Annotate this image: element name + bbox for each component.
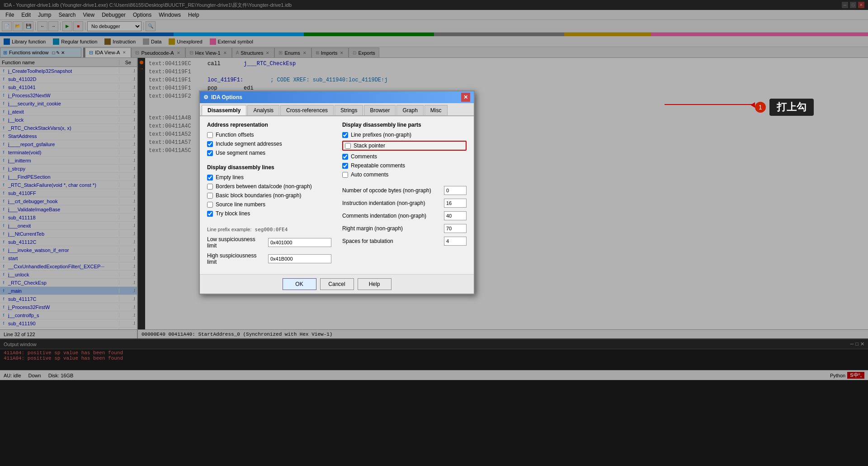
cb-basic-blocks-label: Basic block boundaries (non-graph) (216, 192, 301, 199)
cb-function-offsets[interactable] (207, 132, 213, 138)
checkbox-use-segment-names: Use segment names (207, 150, 331, 156)
dialog-tab-graph[interactable]: Graph (396, 105, 423, 115)
cb-repeatable-comments-label: Repeatable comments (351, 162, 405, 169)
cb-comments-label: Comments (351, 153, 377, 160)
ok-button[interactable]: OK (283, 278, 316, 290)
high-susp-label: High suspiciousness limit (207, 252, 264, 265)
cb-stack-pointer-label: Stack pointer (354, 143, 385, 149)
comments-indent-label: Comments indentation (non-graph) (342, 213, 440, 219)
checkbox-include-segment: Include segment addresses (207, 141, 331, 147)
cb-line-prefixes-label: Line prefixes (non-graph) (351, 132, 411, 138)
cb-borders[interactable] (207, 184, 213, 190)
cb-function-offsets-label: Function offsets (216, 132, 254, 138)
right-margin-input[interactable] (444, 224, 467, 233)
annotation-arrow-line (665, 104, 755, 105)
dialog-tabs: Disassembly Analysis Cross-references St… (200, 103, 474, 116)
cancel-button[interactable]: Cancel (320, 278, 354, 290)
cb-empty-lines-label: Empty lines (216, 174, 244, 181)
help-button[interactable]: Help (358, 278, 392, 290)
high-susp-input[interactable] (268, 254, 331, 263)
cb-source-lines[interactable] (207, 202, 213, 208)
checkbox-source-lines: Source line numbers (207, 201, 331, 208)
right-margin-label: Right margin (non-graph) (342, 225, 440, 232)
checkbox-comments: Comments (342, 153, 467, 160)
low-susp-input[interactable] (268, 238, 331, 247)
checkbox-auto-comments: Auto comments (342, 171, 467, 178)
dialog-body: Address representation Function offsets … (200, 116, 474, 274)
instruction-indent-label: Instruction indentation (non-graph) (342, 200, 440, 206)
annotation: 1 打上勾 (755, 99, 814, 116)
comments-indent-input[interactable] (444, 211, 467, 220)
dialog-tab-browser[interactable]: Browser (364, 105, 396, 115)
cb-auto-comments[interactable] (342, 172, 348, 178)
dialog-left-col: Address representation Function offsets … (207, 122, 331, 269)
spaces-tabulation-label: Spaces for tabulation (342, 238, 440, 244)
spaces-tabulation-input[interactable] (444, 237, 467, 246)
opcode-bytes-input[interactable] (444, 186, 467, 195)
dialog-right-col: Display disassembly line parts Line pref… (342, 122, 467, 269)
cb-empty-lines[interactable] (207, 175, 213, 181)
instruction-indent-input[interactable] (444, 199, 467, 208)
cb-include-segment-label: Include segment addresses (216, 141, 282, 147)
dialog-tab-analysis[interactable]: Analysis (247, 105, 279, 115)
checkbox-repeatable-comments: Repeatable comments (342, 162, 467, 169)
input-instruction-indent: Instruction indentation (non-graph) (342, 199, 467, 208)
input-right-margin: Right margin (non-graph) (342, 224, 467, 233)
dialog-close-btn[interactable]: ✕ (461, 93, 470, 102)
annotation-label: 打上勾 (769, 99, 814, 116)
dialog-titlebar: ⚙ IDA Options ✕ (200, 91, 474, 103)
annotation-number: 1 (755, 102, 766, 113)
low-susp-label: Low suspiciousness limit (207, 236, 264, 249)
opcode-bytes-label: Number of opcode bytes (non-graph) (342, 187, 440, 194)
checkbox-stack-pointer: Stack pointer (342, 141, 467, 151)
cb-source-lines-label: Source line numbers (216, 201, 265, 208)
line-prefix-value: seg000:0FE4 (255, 227, 288, 233)
dialog-footer: OK Cancel Help (200, 274, 474, 294)
input-spaces-tabulation: Spaces for tabulation (342, 237, 467, 246)
dialog-tab-disassembly[interactable]: Disassembly (202, 105, 246, 115)
ida-options-dialog: ⚙ IDA Options ✕ Disassembly Analysis Cro… (199, 90, 475, 295)
input-high-suspiciousness: High suspiciousness limit (207, 252, 331, 265)
dialog-title-left: ⚙ IDA Options (203, 94, 242, 100)
sep-1 (207, 159, 331, 164)
cb-basic-blocks[interactable] (207, 193, 213, 199)
input-comments-indent: Comments indentation (non-graph) (342, 211, 467, 220)
input-low-suspiciousness: Low suspiciousness limit (207, 236, 331, 249)
cb-borders-label: Borders between data/code (non-graph) (216, 183, 312, 190)
checkbox-function-offsets: Function offsets (207, 132, 331, 138)
cb-try-blocks-label: Try block lines (216, 210, 250, 217)
dialog-tab-misc[interactable]: Misc (425, 105, 448, 115)
section-display-parts: Display disassembly line parts (342, 122, 467, 128)
cb-try-blocks[interactable] (207, 211, 213, 217)
cb-auto-comments-label: Auto comments (351, 171, 388, 178)
annotation-content: 1 打上勾 (755, 99, 814, 116)
sep-3 (342, 181, 467, 186)
cb-repeatable-comments[interactable] (342, 163, 348, 169)
sep-2 (207, 219, 331, 225)
dialog-title-text: IDA Options (211, 94, 242, 100)
dialog-icon: ⚙ (203, 94, 208, 100)
line-prefix-example-label: Line prefix example: (207, 227, 251, 232)
dialog-overlay: ⚙ IDA Options ✕ Disassembly Analysis Cro… (0, 0, 868, 466)
cb-include-segment[interactable] (207, 141, 213, 147)
section-address-representation: Address representation (207, 122, 331, 128)
input-opcode-bytes: Number of opcode bytes (non-graph) (342, 186, 467, 195)
checkbox-borders: Borders between data/code (non-graph) (207, 183, 331, 190)
dialog-tab-cross-references[interactable]: Cross-references (280, 105, 334, 115)
cb-comments[interactable] (342, 154, 348, 160)
checkbox-line-prefixes: Line prefixes (non-graph) (342, 132, 467, 138)
checkbox-try-blocks: Try block lines (207, 210, 331, 217)
cb-use-segment-names-label: Use segment names (216, 150, 265, 156)
annotation-arrowhead (748, 102, 755, 108)
dialog-tab-strings[interactable]: Strings (335, 105, 363, 115)
cb-use-segment-names[interactable] (207, 150, 213, 156)
checkbox-basic-blocks: Basic block boundaries (non-graph) (207, 192, 331, 199)
cb-stack-pointer[interactable] (345, 143, 351, 149)
section-display-lines: Display disassembly lines (207, 164, 331, 171)
cb-line-prefixes[interactable] (342, 132, 348, 138)
checkbox-empty-lines: Empty lines (207, 174, 331, 181)
line-prefix-example: Line prefix example: seg000:0FE4 (207, 227, 331, 233)
